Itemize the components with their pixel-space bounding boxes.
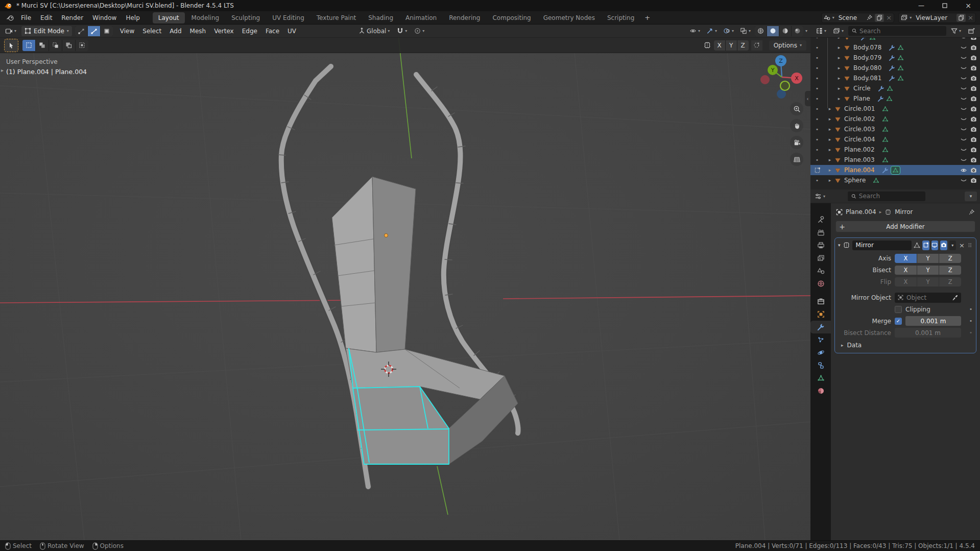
render-visibility-camera-icon[interactable] bbox=[970, 65, 977, 71]
properties-tab-material[interactable] bbox=[810, 385, 831, 397]
properties-tab-data[interactable] bbox=[810, 372, 831, 385]
select-subtract-button[interactable] bbox=[49, 40, 62, 51]
workspace-tab-uv-editing[interactable]: UV Editing bbox=[267, 12, 310, 23]
navigation-gizmo[interactable]: Z Y X bbox=[756, 48, 807, 102]
modifier-extras-dropdown[interactable]: ▾ bbox=[949, 241, 957, 250]
outliner-row[interactable]: •▸ bbox=[810, 38, 980, 42]
breadcrumb-modifier[interactable]: Mirror bbox=[895, 208, 913, 215]
merge-animate-dot[interactable]: • bbox=[967, 318, 975, 324]
expand-chevron-icon[interactable]: ▸ bbox=[827, 137, 832, 142]
clipping-checkbox[interactable] bbox=[895, 306, 902, 313]
vertex-select-button[interactable] bbox=[75, 26, 87, 36]
collapse-modifier-chevron[interactable]: ▾ bbox=[838, 243, 841, 248]
viewport-menu-view[interactable]: View bbox=[116, 26, 138, 36]
eye-closed-icon[interactable] bbox=[960, 95, 967, 102]
show-gizmo-dropdown[interactable]: ▾ bbox=[704, 27, 719, 35]
mode-dropdown[interactable]: Edit Mode ▾ bbox=[21, 26, 72, 36]
maximize-button[interactable] bbox=[933, 0, 957, 11]
add-modifier-button[interactable]: + Add Modifier bbox=[835, 221, 975, 232]
viewport-3d[interactable]: ▾ Edit Mode ▾ ViewSelectAddMeshVertexEdg… bbox=[0, 25, 810, 540]
viewlayer-selector[interactable]: ▾ ViewLayer × bbox=[898, 13, 976, 23]
expand-chevron-icon[interactable]: ▸ bbox=[836, 45, 842, 50]
eye-closed-icon[interactable] bbox=[960, 147, 967, 153]
outliner-row-circle-001[interactable]: •▸Circle.001 bbox=[810, 104, 980, 114]
viewport-menu-face[interactable]: Face bbox=[261, 26, 283, 36]
workspace-tab-modeling[interactable]: Modeling bbox=[186, 12, 225, 23]
pin-icon[interactable] bbox=[866, 14, 873, 21]
eye-closed-icon[interactable] bbox=[960, 177, 967, 184]
outliner-row-circle[interactable]: •▸Circle bbox=[810, 83, 980, 93]
outliner-filter-dropdown[interactable]: ▾ bbox=[949, 27, 963, 35]
workspace-tab-scripting[interactable]: Scripting bbox=[602, 12, 640, 23]
eye-open-icon[interactable] bbox=[960, 167, 967, 174]
select-extend-button[interactable] bbox=[36, 40, 49, 51]
eye-closed-icon[interactable] bbox=[960, 55, 967, 61]
expand-chevron-icon[interactable]: ▸ bbox=[836, 38, 842, 40]
new-viewlayer-button[interactable] bbox=[957, 14, 966, 22]
object-visibility-dropdown[interactable]: ▾ bbox=[687, 27, 702, 35]
outliner-search[interactable] bbox=[848, 26, 946, 36]
render-visibility-camera-icon[interactable] bbox=[970, 55, 977, 61]
remove-modifier-button[interactable]: × bbox=[958, 242, 966, 249]
merge-threshold-field[interactable]: 0.001 m bbox=[905, 316, 961, 326]
outliner-row-plane[interactable]: •▸Plane bbox=[810, 93, 980, 104]
outliner-row-body-079[interactable]: •▸Body.079 bbox=[810, 53, 980, 63]
outliner-row-body-078[interactable]: •▸Body.078 bbox=[810, 42, 980, 53]
breadcrumb-object[interactable]: Plane.004 bbox=[846, 208, 876, 215]
properties-tab-collection[interactable] bbox=[810, 295, 831, 308]
properties-tab-scene[interactable] bbox=[810, 265, 831, 277]
properties-tab-object[interactable] bbox=[810, 308, 831, 321]
expand-chevron-icon[interactable]: ▸ bbox=[836, 96, 842, 101]
xray-toggle-dropdown[interactable]: ▾ bbox=[738, 27, 753, 35]
tool-options-dropdown[interactable]: Options ▾ bbox=[769, 40, 806, 51]
collapse-chevron-icon[interactable]: ▸ bbox=[1, 67, 4, 73]
add-workspace-button[interactable]: + bbox=[641, 12, 654, 23]
eye-closed-icon[interactable] bbox=[960, 75, 967, 82]
blender-menu-icon[interactable] bbox=[4, 13, 16, 22]
render-visibility-camera-icon[interactable] bbox=[970, 126, 977, 133]
eye-closed-icon[interactable] bbox=[960, 136, 967, 143]
bisect-x-button[interactable]: X bbox=[895, 266, 917, 275]
show-in-viewport-toggle[interactable] bbox=[931, 241, 939, 250]
editor-type-button[interactable]: ▾ bbox=[3, 27, 18, 36]
viewport-menu-add[interactable]: Add bbox=[165, 26, 185, 36]
workspace-tab-layout[interactable]: Layout bbox=[153, 12, 185, 23]
outliner-row-plane-002[interactable]: •▸Plane.002 bbox=[810, 145, 980, 155]
new-scene-button[interactable] bbox=[875, 14, 884, 22]
properties-tab-view-layer[interactable] bbox=[810, 252, 831, 265]
mirror-axis-x-button[interactable]: X bbox=[714, 40, 725, 51]
expand-chevron-icon[interactable]: ▸ bbox=[827, 157, 832, 162]
render-visibility-camera-icon[interactable] bbox=[970, 85, 977, 92]
viewport-menu-mesh[interactable]: Mesh bbox=[186, 26, 210, 36]
workspace-tab-geometry-nodes[interactable]: Geometry Nodes bbox=[538, 12, 601, 23]
new-collection-button[interactable] bbox=[966, 27, 977, 35]
show-in-render-toggle[interactable] bbox=[940, 241, 947, 250]
outliner-search-input[interactable] bbox=[859, 28, 943, 35]
snap-dropdown[interactable]: ▾ bbox=[395, 27, 409, 35]
show-overlays-dropdown[interactable]: ▾ bbox=[721, 27, 736, 35]
properties-tab-constraints[interactable] bbox=[810, 359, 831, 372]
zoom-button[interactable] bbox=[790, 102, 803, 115]
shading-material-button[interactable] bbox=[779, 26, 791, 36]
select-invert-button[interactable] bbox=[62, 40, 75, 51]
eye-closed-icon[interactable] bbox=[960, 65, 967, 71]
pin-id-icon[interactable] bbox=[968, 209, 975, 215]
workspace-tab-compositing[interactable]: Compositing bbox=[487, 12, 536, 23]
mirror-object-field[interactable]: Object bbox=[895, 293, 961, 303]
viewport-menu-vertex[interactable]: Vertex bbox=[210, 26, 238, 36]
bisect-y-button[interactable]: Y bbox=[917, 266, 939, 275]
render-visibility-camera-icon[interactable] bbox=[970, 147, 977, 153]
render-visibility-camera-icon[interactable] bbox=[970, 157, 977, 163]
mirror-axis-z-button[interactable]: Z bbox=[737, 40, 749, 51]
show-in-editmode-toggle[interactable] bbox=[922, 241, 929, 250]
drag-handle-icon[interactable] bbox=[968, 243, 973, 248]
axis-y-button[interactable]: Y bbox=[917, 254, 939, 263]
expand-chevron-icon[interactable]: ▸ bbox=[836, 55, 842, 60]
expand-chevron-icon[interactable]: ▸ bbox=[827, 106, 832, 111]
outliner-row-circle-002[interactable]: •▸Circle.002 bbox=[810, 114, 980, 124]
outliner-row-circle-003[interactable]: •▸Circle.003 bbox=[810, 124, 980, 134]
render-visibility-camera-icon[interactable] bbox=[970, 116, 977, 123]
outliner-row-body-080[interactable]: •▸Body.080 bbox=[810, 63, 980, 73]
pan-button[interactable] bbox=[790, 119, 803, 132]
workspace-tab-texture-paint[interactable]: Texture Paint bbox=[311, 12, 362, 23]
